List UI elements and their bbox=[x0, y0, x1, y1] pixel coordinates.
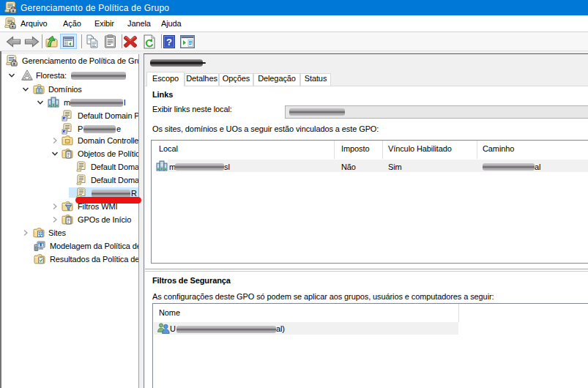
svg-text:?: ? bbox=[166, 37, 172, 48]
